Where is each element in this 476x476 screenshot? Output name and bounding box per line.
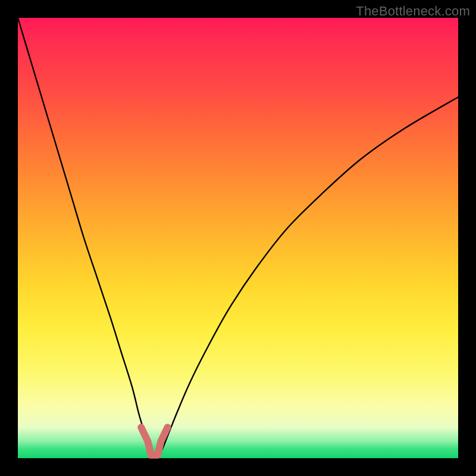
curve-layer	[18, 18, 458, 458]
optimal-valley-marker	[141, 427, 167, 455]
chart-frame: TheBottleneck.com	[0, 0, 476, 476]
bottleneck-curve	[18, 18, 458, 455]
plot-area	[18, 18, 458, 458]
watermark-text: TheBottleneck.com	[356, 4, 470, 19]
